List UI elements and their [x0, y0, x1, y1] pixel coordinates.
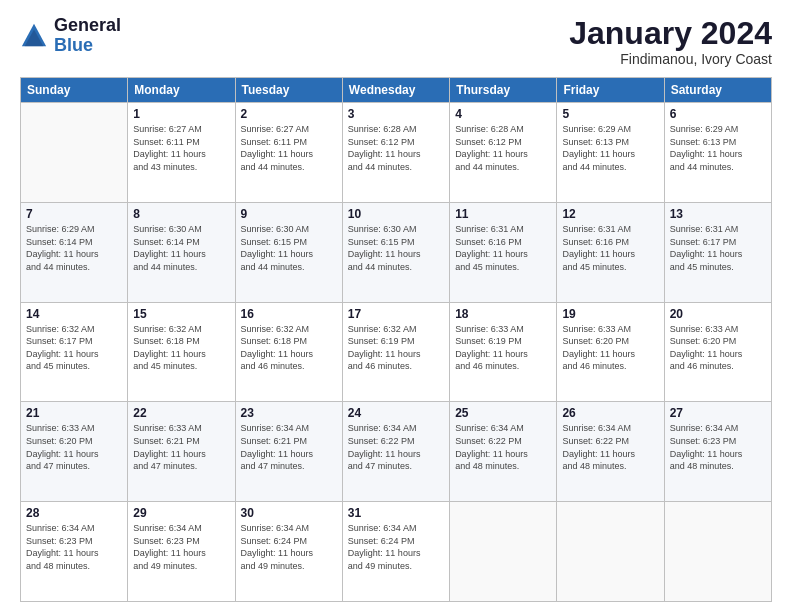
day-number: 1 — [133, 107, 229, 121]
day-info: Sunrise: 6:30 AM Sunset: 6:15 PM Dayligh… — [241, 223, 337, 273]
calendar-header-row: Sunday Monday Tuesday Wednesday Thursday… — [21, 78, 772, 103]
day-info: Sunrise: 6:28 AM Sunset: 6:12 PM Dayligh… — [348, 123, 444, 173]
calendar-cell: 11Sunrise: 6:31 AM Sunset: 6:16 PM Dayli… — [450, 202, 557, 302]
day-info: Sunrise: 6:33 AM Sunset: 6:20 PM Dayligh… — [670, 323, 766, 373]
day-info: Sunrise: 6:30 AM Sunset: 6:14 PM Dayligh… — [133, 223, 229, 273]
day-info: Sunrise: 6:33 AM Sunset: 6:20 PM Dayligh… — [562, 323, 658, 373]
calendar-week-5: 28Sunrise: 6:34 AM Sunset: 6:23 PM Dayli… — [21, 502, 772, 602]
day-info: Sunrise: 6:34 AM Sunset: 6:21 PM Dayligh… — [241, 422, 337, 472]
col-monday: Monday — [128, 78, 235, 103]
calendar-cell: 16Sunrise: 6:32 AM Sunset: 6:18 PM Dayli… — [235, 302, 342, 402]
day-info: Sunrise: 6:34 AM Sunset: 6:23 PM Dayligh… — [670, 422, 766, 472]
calendar-cell: 3Sunrise: 6:28 AM Sunset: 6:12 PM Daylig… — [342, 103, 449, 203]
day-number: 26 — [562, 406, 658, 420]
calendar-cell: 9Sunrise: 6:30 AM Sunset: 6:15 PM Daylig… — [235, 202, 342, 302]
calendar-cell: 27Sunrise: 6:34 AM Sunset: 6:23 PM Dayli… — [664, 402, 771, 502]
day-number: 4 — [455, 107, 551, 121]
day-number: 30 — [241, 506, 337, 520]
calendar-cell: 19Sunrise: 6:33 AM Sunset: 6:20 PM Dayli… — [557, 302, 664, 402]
day-number: 25 — [455, 406, 551, 420]
calendar-cell: 18Sunrise: 6:33 AM Sunset: 6:19 PM Dayli… — [450, 302, 557, 402]
day-info: Sunrise: 6:27 AM Sunset: 6:11 PM Dayligh… — [133, 123, 229, 173]
logo-text: General Blue — [54, 16, 121, 56]
day-info: Sunrise: 6:34 AM Sunset: 6:24 PM Dayligh… — [241, 522, 337, 572]
day-number: 17 — [348, 307, 444, 321]
day-number: 20 — [670, 307, 766, 321]
calendar-cell: 6Sunrise: 6:29 AM Sunset: 6:13 PM Daylig… — [664, 103, 771, 203]
day-info: Sunrise: 6:34 AM Sunset: 6:22 PM Dayligh… — [562, 422, 658, 472]
day-number: 7 — [26, 207, 122, 221]
day-info: Sunrise: 6:32 AM Sunset: 6:19 PM Dayligh… — [348, 323, 444, 373]
day-number: 14 — [26, 307, 122, 321]
day-info: Sunrise: 6:29 AM Sunset: 6:13 PM Dayligh… — [670, 123, 766, 173]
calendar-cell — [21, 103, 128, 203]
calendar-cell: 28Sunrise: 6:34 AM Sunset: 6:23 PM Dayli… — [21, 502, 128, 602]
calendar-cell: 12Sunrise: 6:31 AM Sunset: 6:16 PM Dayli… — [557, 202, 664, 302]
calendar-cell — [664, 502, 771, 602]
page: General Blue January 2024 Findimanou, Iv… — [0, 0, 792, 612]
day-info: Sunrise: 6:34 AM Sunset: 6:23 PM Dayligh… — [133, 522, 229, 572]
day-number: 15 — [133, 307, 229, 321]
calendar-cell: 22Sunrise: 6:33 AM Sunset: 6:21 PM Dayli… — [128, 402, 235, 502]
calendar-cell: 25Sunrise: 6:34 AM Sunset: 6:22 PM Dayli… — [450, 402, 557, 502]
col-tuesday: Tuesday — [235, 78, 342, 103]
calendar-week-1: 1Sunrise: 6:27 AM Sunset: 6:11 PM Daylig… — [21, 103, 772, 203]
day-info: Sunrise: 6:32 AM Sunset: 6:18 PM Dayligh… — [241, 323, 337, 373]
calendar-week-3: 14Sunrise: 6:32 AM Sunset: 6:17 PM Dayli… — [21, 302, 772, 402]
day-number: 28 — [26, 506, 122, 520]
day-info: Sunrise: 6:34 AM Sunset: 6:23 PM Dayligh… — [26, 522, 122, 572]
day-info: Sunrise: 6:32 AM Sunset: 6:18 PM Dayligh… — [133, 323, 229, 373]
month-title: January 2024 — [569, 16, 772, 51]
day-info: Sunrise: 6:31 AM Sunset: 6:16 PM Dayligh… — [455, 223, 551, 273]
logo-icon — [20, 22, 48, 50]
day-info: Sunrise: 6:31 AM Sunset: 6:17 PM Dayligh… — [670, 223, 766, 273]
calendar-week-2: 7Sunrise: 6:29 AM Sunset: 6:14 PM Daylig… — [21, 202, 772, 302]
calendar-cell: 10Sunrise: 6:30 AM Sunset: 6:15 PM Dayli… — [342, 202, 449, 302]
calendar-cell: 1Sunrise: 6:27 AM Sunset: 6:11 PM Daylig… — [128, 103, 235, 203]
day-info: Sunrise: 6:33 AM Sunset: 6:21 PM Dayligh… — [133, 422, 229, 472]
calendar-cell: 31Sunrise: 6:34 AM Sunset: 6:24 PM Dayli… — [342, 502, 449, 602]
day-number: 21 — [26, 406, 122, 420]
day-info: Sunrise: 6:29 AM Sunset: 6:14 PM Dayligh… — [26, 223, 122, 273]
day-info: Sunrise: 6:33 AM Sunset: 6:19 PM Dayligh… — [455, 323, 551, 373]
calendar-cell — [450, 502, 557, 602]
header: General Blue January 2024 Findimanou, Iv… — [20, 16, 772, 67]
calendar-table: Sunday Monday Tuesday Wednesday Thursday… — [20, 77, 772, 602]
calendar-cell: 5Sunrise: 6:29 AM Sunset: 6:13 PM Daylig… — [557, 103, 664, 203]
calendar-cell: 13Sunrise: 6:31 AM Sunset: 6:17 PM Dayli… — [664, 202, 771, 302]
day-number: 5 — [562, 107, 658, 121]
calendar-cell: 20Sunrise: 6:33 AM Sunset: 6:20 PM Dayli… — [664, 302, 771, 402]
calendar-cell: 4Sunrise: 6:28 AM Sunset: 6:12 PM Daylig… — [450, 103, 557, 203]
day-info: Sunrise: 6:33 AM Sunset: 6:20 PM Dayligh… — [26, 422, 122, 472]
day-number: 11 — [455, 207, 551, 221]
calendar-cell: 7Sunrise: 6:29 AM Sunset: 6:14 PM Daylig… — [21, 202, 128, 302]
day-info: Sunrise: 6:28 AM Sunset: 6:12 PM Dayligh… — [455, 123, 551, 173]
day-info: Sunrise: 6:31 AM Sunset: 6:16 PM Dayligh… — [562, 223, 658, 273]
day-info: Sunrise: 6:32 AM Sunset: 6:17 PM Dayligh… — [26, 323, 122, 373]
col-wednesday: Wednesday — [342, 78, 449, 103]
day-number: 12 — [562, 207, 658, 221]
day-number: 8 — [133, 207, 229, 221]
col-friday: Friday — [557, 78, 664, 103]
day-number: 6 — [670, 107, 766, 121]
calendar-cell: 26Sunrise: 6:34 AM Sunset: 6:22 PM Dayli… — [557, 402, 664, 502]
calendar-cell — [557, 502, 664, 602]
day-info: Sunrise: 6:34 AM Sunset: 6:22 PM Dayligh… — [348, 422, 444, 472]
day-number: 16 — [241, 307, 337, 321]
location: Findimanou, Ivory Coast — [569, 51, 772, 67]
day-number: 13 — [670, 207, 766, 221]
day-number: 10 — [348, 207, 444, 221]
day-number: 2 — [241, 107, 337, 121]
calendar-cell: 23Sunrise: 6:34 AM Sunset: 6:21 PM Dayli… — [235, 402, 342, 502]
calendar-cell: 30Sunrise: 6:34 AM Sunset: 6:24 PM Dayli… — [235, 502, 342, 602]
col-sunday: Sunday — [21, 78, 128, 103]
logo: General Blue — [20, 16, 121, 56]
calendar-cell: 21Sunrise: 6:33 AM Sunset: 6:20 PM Dayli… — [21, 402, 128, 502]
day-number: 31 — [348, 506, 444, 520]
day-number: 24 — [348, 406, 444, 420]
calendar-cell: 24Sunrise: 6:34 AM Sunset: 6:22 PM Dayli… — [342, 402, 449, 502]
col-thursday: Thursday — [450, 78, 557, 103]
calendar-cell: 17Sunrise: 6:32 AM Sunset: 6:19 PM Dayli… — [342, 302, 449, 402]
day-number: 23 — [241, 406, 337, 420]
day-number: 3 — [348, 107, 444, 121]
